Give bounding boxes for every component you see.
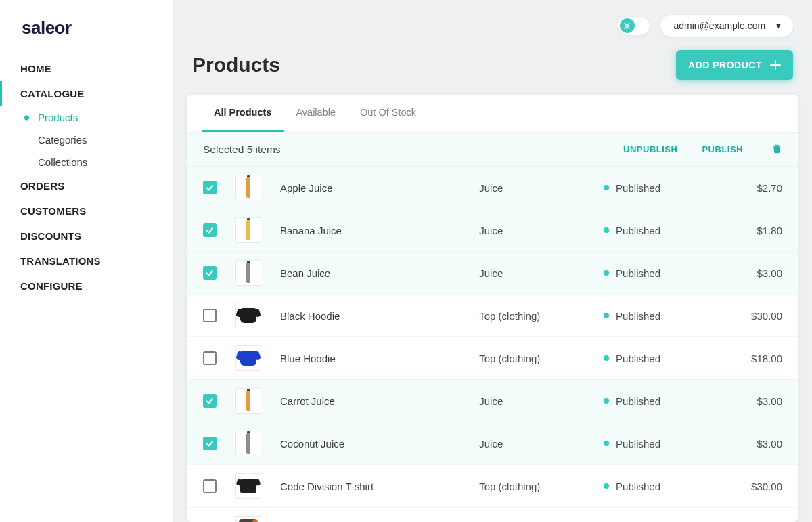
- bulk-action-bar: Selected 5 items UNPUBLISH PUBLISH: [187, 133, 798, 167]
- nav-categories[interactable]: Categories: [0, 129, 173, 151]
- product-thumbnail: [235, 175, 261, 200]
- product-thumbnail: [235, 431, 261, 456]
- product-type: Juice: [479, 225, 604, 236]
- product-name: Code Division T-shirt: [280, 481, 479, 492]
- status-dot-icon: [604, 398, 609, 404]
- nav-catalogue[interactable]: CATALOGUE: [0, 81, 173, 106]
- product-row[interactable]: Colored Parrot CushionCushionPublished$2…: [187, 508, 798, 522]
- product-name: Carrot Juice: [280, 395, 479, 407]
- product-name: Coconut Juice: [280, 438, 479, 450]
- product-thumbnail: [235, 217, 261, 243]
- product-type: Juice: [479, 267, 604, 279]
- user-menu[interactable]: admin@example.com ▼: [660, 15, 794, 37]
- sun-icon: [620, 18, 635, 33]
- product-row[interactable]: Black HoodieTop (clothing)Published$30.0…: [187, 295, 798, 337]
- status-dot-icon: [604, 313, 609, 318]
- product-thumbnail: [235, 473, 261, 499]
- selected-count: Selected 5 items: [203, 144, 599, 156]
- product-status: Published: [604, 395, 728, 407]
- product-thumbnail: [235, 516, 261, 522]
- status-dot-icon: [604, 185, 609, 190]
- product-price: $3.00: [728, 267, 782, 279]
- svg-line-6: [629, 28, 629, 28]
- product-name: Bean Juice: [280, 267, 479, 279]
- main-content: admin@example.com ▼ Products ADD PRODUCT…: [173, 0, 812, 522]
- page-title: Products: [192, 53, 280, 77]
- product-row[interactable]: Bean JuiceJuicePublished$3.00: [187, 252, 798, 295]
- tab-out-of-stock[interactable]: Out Of Stock: [348, 95, 428, 132]
- product-price: $3.00: [728, 438, 782, 450]
- product-status: Published: [604, 353, 728, 364]
- product-type: Top (clothing): [479, 481, 604, 492]
- product-price: $30.00: [728, 481, 782, 492]
- nav-orders[interactable]: ORDERS: [0, 173, 173, 198]
- plus-icon: [770, 60, 781, 70]
- brand-name: saleor: [22, 18, 72, 38]
- row-checkbox[interactable]: [203, 437, 217, 450]
- add-product-button[interactable]: ADD PRODUCT: [676, 50, 793, 80]
- product-row[interactable]: Apple JuiceJuicePublished$2.70: [187, 167, 798, 209]
- nav-configure[interactable]: CONFIGURE: [0, 274, 173, 299]
- product-price: $1.80: [728, 225, 782, 236]
- product-type: Juice: [479, 182, 604, 194]
- status-dot-icon: [604, 441, 609, 446]
- trash-icon[interactable]: [771, 142, 782, 156]
- product-price: $2.70: [728, 182, 782, 194]
- nav-customers[interactable]: CUSTOMERS: [0, 198, 173, 223]
- product-thumbnail: [235, 303, 261, 328]
- product-thumbnail: [235, 345, 261, 371]
- product-row[interactable]: Code Division T-shirtTop (clothing)Publi…: [187, 465, 798, 508]
- product-type: Juice: [479, 395, 604, 407]
- product-name: Black Hoodie: [280, 310, 479, 322]
- row-checkbox[interactable]: [203, 223, 217, 237]
- product-rows: Apple JuiceJuicePublished$2.70Banana Jui…: [187, 167, 798, 522]
- topbar: admin@example.com ▼: [173, 0, 812, 37]
- user-email: admin@example.com: [674, 20, 766, 31]
- tab-available[interactable]: Available: [284, 95, 348, 132]
- theme-toggle[interactable]: [618, 17, 650, 35]
- svg-line-5: [624, 23, 625, 24]
- row-checkbox[interactable]: [203, 351, 217, 365]
- product-status: Published: [604, 438, 728, 450]
- product-name: Blue Hoodie: [280, 353, 479, 364]
- add-product-label: ADD PRODUCT: [688, 60, 762, 70]
- product-type: Top (clothing): [479, 310, 604, 322]
- nav-collections[interactable]: Collections: [0, 151, 173, 173]
- status-dot-icon: [604, 227, 609, 233]
- product-row[interactable]: Banana JuiceJuicePublished$1.80: [187, 209, 798, 252]
- status-dot-icon: [604, 483, 609, 489]
- svg-point-0: [625, 24, 628, 27]
- product-row[interactable]: Blue HoodieTop (clothing)Published$18.00: [187, 337, 798, 380]
- nav-translations[interactable]: TRANSLATIONS: [0, 248, 173, 274]
- brand-logo: saleor: [0, 18, 173, 56]
- product-tabs: All Products Available Out Of Stock: [187, 95, 798, 133]
- product-thumbnail: [235, 260, 261, 286]
- row-checkbox[interactable]: [203, 309, 217, 322]
- product-price: $30.00: [728, 310, 782, 322]
- nav-discounts[interactable]: DISCOUNTS: [0, 223, 173, 248]
- svg-line-7: [624, 28, 625, 28]
- sidebar: saleor HOME CATALOGUE Products Categorie…: [0, 0, 173, 522]
- chevron-down-icon: ▼: [775, 22, 782, 30]
- product-price: $3.00: [728, 395, 782, 407]
- row-checkbox[interactable]: [203, 266, 217, 280]
- bulk-publish[interactable]: PUBLISH: [702, 144, 743, 154]
- status-dot-icon: [604, 270, 609, 276]
- status-dot-icon: [604, 355, 609, 361]
- product-type: Top (clothing): [479, 353, 604, 364]
- product-status: Published: [604, 182, 728, 194]
- svg-line-8: [629, 23, 629, 24]
- product-row[interactable]: Carrot JuiceJuicePublished$3.00: [187, 380, 798, 422]
- product-status: Published: [604, 310, 728, 322]
- nav-products[interactable]: Products: [0, 106, 173, 129]
- product-status: Published: [604, 481, 728, 492]
- product-row[interactable]: Coconut JuiceJuicePublished$3.00: [187, 422, 798, 465]
- nav-home[interactable]: HOME: [0, 56, 173, 81]
- product-type: Juice: [479, 438, 604, 450]
- tab-all-products[interactable]: All Products: [202, 95, 284, 132]
- row-checkbox[interactable]: [203, 181, 217, 194]
- row-checkbox[interactable]: [203, 394, 217, 408]
- products-card: All Products Available Out Of Stock Sele…: [187, 95, 798, 522]
- bulk-unpublish[interactable]: UNPUBLISH: [623, 144, 677, 154]
- row-checkbox[interactable]: [203, 479, 217, 493]
